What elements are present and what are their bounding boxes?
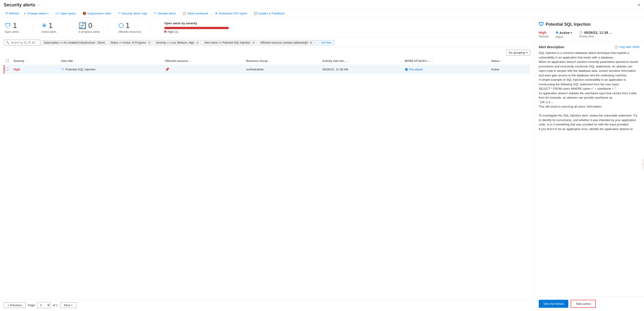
toolbar-suppression-rules[interactable]: 🔕 Suppression rules (80, 11, 113, 16)
open-alerts-number: 🛡 1 (4, 21, 17, 30)
alerts-table: Severity ↓ Alert title ↕ Affected resour… (4, 57, 530, 74)
page-of-label: of 1 (53, 304, 58, 307)
table-row[interactable]: High 🛡 Potential SQL Injection 📌 (4, 65, 530, 74)
toolbar-separator-5 (179, 11, 179, 16)
stat-divider-1 (32, 22, 32, 33)
search-box[interactable]: 🔍 (4, 40, 40, 46)
severity-sort-icon[interactable]: ↓ (26, 60, 27, 62)
filter-tag-status: Status == Active, In Progress ✕ (108, 40, 153, 46)
refresh-icon: ↺ (5, 12, 8, 15)
status-dropdown[interactable]: ✳ Active ▾ (556, 30, 572, 35)
affected-resources-number: ⬡ 1 (118, 21, 130, 30)
stat-active-alerts: ✳ 1 Active alerts (42, 21, 69, 34)
next-button[interactable]: Next > (60, 302, 76, 308)
ellipsis-button[interactable]: ··· (37, 2, 40, 7)
panel-collapse-button[interactable]: › (642, 159, 644, 170)
detail-title: 🛡 Potential SQL Injection (539, 21, 640, 27)
stat-open-alerts: 🛡 1 Open alerts (4, 21, 32, 34)
detail-activity-time-value: 09/26/22, 11:38 ... (584, 30, 612, 34)
cell-resource-group: northwindrisk (244, 65, 320, 74)
alert-title-sort-icon[interactable]: ↕ (74, 60, 76, 62)
select-all-checkbox[interactable] (6, 59, 9, 62)
close-button[interactable]: ✕ (637, 3, 640, 7)
detail-description: SQL Injection is a common database attac… (539, 51, 640, 131)
chevron-down-icon: ▾ (47, 12, 48, 15)
col-activity-start-time: Activity start tim... ↕ (320, 57, 402, 65)
affected-resource-sort-icon[interactable]: ↕ (190, 60, 191, 62)
detail-activity-time-label: Activity time (579, 35, 612, 38)
toolbar-download-csv[interactable]: ⬇ Download CSV report (212, 11, 250, 16)
content-area: 🛡 1 Open alerts ✳ 1 Active alerts (0, 18, 644, 311)
toolbar-security-alerts-map[interactable]: 🛡 Security alerts map (115, 11, 149, 16)
resource-group-sort-icon[interactable]: ↕ (269, 60, 270, 62)
stats-bar: 🛡 1 Open alerts ✳ 1 Active alerts (0, 18, 534, 38)
status-sort-icon[interactable]: ↕ (501, 60, 502, 62)
workbook-icon: 📋 (182, 12, 186, 15)
meta-severity: High Severity (539, 30, 548, 38)
title-bar-left: Security alerts ··· (4, 2, 40, 8)
severity-chart: Open alerts by severity High (1) (160, 22, 529, 34)
col-resource-group: Resource Group ↕ (244, 57, 320, 65)
toolbar-alerts-workbook[interactable]: 📋 Alerts workbook (180, 11, 210, 16)
meta-status: ✳ Active ▾ Status (556, 30, 572, 38)
view-full-details-button[interactable]: View full details (539, 300, 568, 308)
filter-tag-subscription: Subscription == Arc enabled Infrastructu… (42, 40, 107, 45)
detail-meta: High Severity ✳ Active ▾ Status 🕐 (539, 30, 640, 38)
add-filter-label: Add filter (321, 41, 332, 44)
alert-name-filter-close[interactable]: ✕ (252, 41, 255, 44)
query-icon: </> (55, 12, 60, 15)
toolbar-separator-1 (52, 11, 52, 16)
page-label: Page (28, 304, 35, 307)
stat-divider-3 (109, 22, 109, 33)
severity-legend: High (1) (164, 30, 529, 34)
grouping-dropdown[interactable]: No grouping ▾ (506, 50, 530, 56)
severity-filter-close[interactable]: ✕ (196, 41, 199, 44)
cell-activity-time: 09/26/22, 11:38 AM (320, 65, 402, 74)
toolbar-guides-feedback[interactable]: 💬 Guides & Feedback (252, 11, 287, 16)
mitre-sort-icon[interactable]: ↕ (432, 60, 433, 62)
detail-panel: 🛡 Potential SQL Injection High Severity … (534, 18, 644, 311)
high-legend-dot (164, 31, 166, 32)
toolbar-change-status[interactable]: ↩ Change status ▾ (22, 11, 51, 16)
table-header: Severity ↓ Alert title ↕ Affected resour… (4, 57, 530, 65)
col-status: Status ↕ (489, 57, 530, 65)
previous-button[interactable]: < Previous (4, 302, 26, 308)
cell-status: Active (489, 65, 530, 74)
take-action-button[interactable]: Take action (570, 300, 596, 308)
high-legend-label: High (1) (168, 30, 178, 34)
add-filter-icon: + (318, 41, 320, 44)
clock-icon: 🕐 (579, 31, 583, 34)
cell-affected-resource: 📌 (162, 65, 244, 74)
activity-time-sort-icon[interactable]: ↕ (348, 60, 349, 62)
cell-severity: High (11, 65, 59, 74)
affected-resource-filter-text: Affected resource contains tailwindsql3 (260, 41, 308, 44)
detail-section-title: Alert description 📋 Copy alert JSON (539, 45, 640, 49)
add-filter-button[interactable]: + Add filter (316, 40, 334, 45)
col-alert-title: Alert title ↕ (59, 57, 162, 65)
main-panel: 🛡 1 Open alerts ✳ 1 Active alerts (0, 18, 534, 311)
guides-icon: 💬 (254, 12, 258, 15)
toolbar-open-query[interactable]: </> Open query (53, 11, 78, 16)
search-input[interactable] (11, 41, 38, 44)
page-select[interactable]: 1 (37, 302, 50, 308)
filter-bar: 🔍 Subscription == Arc enabled Infrastruc… (0, 38, 534, 48)
toolbar-refresh[interactable]: ↺ Refresh (3, 10, 22, 16)
active-alerts-number: ✳ 1 (42, 21, 53, 30)
filter-tag-alert-name: Alert name == Potential SQL Injection ✕ (202, 40, 257, 46)
row-checkbox[interactable] (5, 68, 8, 71)
severity-chart-title: Open alerts by severity (164, 22, 529, 25)
detail-footer: View full details Take action (534, 296, 644, 311)
in-progress-number: 🔄 0 (78, 21, 92, 30)
filter-tag-severity: Severity == Low, Medium, High ✕ (154, 40, 201, 46)
copy-json-button[interactable]: 📋 Copy alert JSON (614, 46, 640, 48)
status-filter-text: Status == Active, In Progress (110, 41, 146, 44)
sample-icon: 🛡 (154, 12, 157, 15)
status-filter-close[interactable]: ✕ (148, 41, 151, 44)
in-progress-label: In progress alerts (78, 30, 100, 34)
active-status-icon: ✳ (556, 30, 558, 35)
affected-resource-filter-close[interactable]: ✕ (310, 41, 312, 44)
status-chevron-icon: ▾ (570, 31, 572, 34)
open-alerts-label: Open alerts (4, 30, 19, 34)
main-window: Security alerts ··· ✕ ↺ Refresh ↩ Change… (0, 0, 644, 311)
toolbar-sample-alerts[interactable]: 🛡 Sample alerts (151, 11, 178, 16)
